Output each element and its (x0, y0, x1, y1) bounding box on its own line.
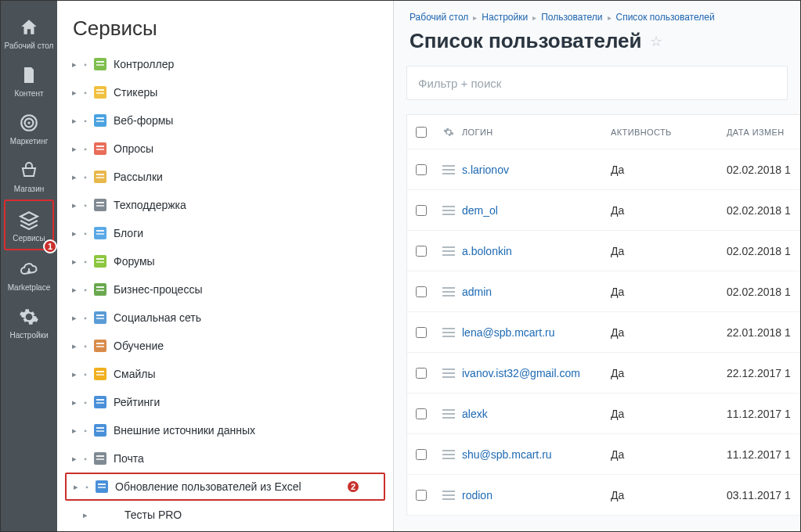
breadcrumb-link[interactable]: Список пользователей (616, 12, 715, 23)
expand-arrow-icon[interactable]: ▸ (68, 454, 81, 464)
breadcrumb-link[interactable]: Рабочий стол (410, 12, 468, 23)
service-item[interactable]: ▸▪Почта (65, 444, 385, 473)
expand-arrow-icon[interactable]: ▸ (68, 313, 81, 323)
activity-cell: Да (611, 286, 727, 298)
row-checkbox[interactable] (416, 490, 427, 501)
service-item[interactable]: ▸▪Социальная сеть (65, 304, 385, 332)
expand-arrow-icon[interactable]: ▸ (68, 144, 81, 154)
login-link[interactable]: alexk (462, 408, 488, 420)
login-link[interactable]: s.larionov (462, 164, 509, 176)
row-menu-icon[interactable] (442, 206, 455, 215)
service-item[interactable]: ▸▪Смайлы (65, 360, 385, 388)
expand-arrow-icon[interactable]: ▸ (68, 88, 81, 98)
expand-arrow-icon[interactable]: ▸ (68, 397, 81, 408)
expand-arrow-icon[interactable]: ▸ (68, 369, 81, 379)
row-menu-icon[interactable] (442, 491, 455, 500)
login-link[interactable]: lena@spb.mcart.ru (462, 326, 554, 339)
bullet-icon: ▪ (81, 201, 90, 210)
expand-arrow-icon[interactable]: ▸ (79, 510, 92, 520)
service-item[interactable]: ▸▪Техподдержка (65, 191, 385, 219)
service-item[interactable]: ▸▪Стикеры (65, 78, 385, 106)
login-link[interactable]: shu@spb.mcart.ru (462, 448, 552, 461)
expand-arrow-icon[interactable]: ▸ (68, 426, 81, 436)
nav-item-desktop[interactable]: Рабочий стол (4, 9, 54, 56)
header-activity[interactable]: АКТИВНОСТЬ (611, 128, 727, 137)
login-link[interactable]: ivanov.ist32@gmail.com (462, 367, 580, 379)
row-menu-icon[interactable] (442, 409, 455, 419)
row-menu-icon[interactable] (442, 246, 455, 256)
service-item[interactable]: ▸▪Веб-формы (65, 106, 385, 135)
service-item[interactable]: ▸▪Контроллер (65, 50, 385, 78)
expand-arrow-icon[interactable]: ▸ (68, 59, 81, 70)
expand-arrow-icon[interactable]: ▸ (68, 228, 81, 239)
nav-item-settings[interactable]: Настройки (4, 298, 54, 346)
nav-label: Сервисы (13, 234, 45, 243)
favorite-star-icon[interactable]: ☆ (650, 33, 662, 50)
table-row: adminДа02.02.2018 1 (407, 271, 800, 312)
service-item[interactable]: ▸▪Внешние источники данных (65, 416, 385, 444)
bullet-icon: ▪ (81, 117, 90, 125)
nav-label: Контент (14, 89, 43, 98)
expand-arrow-icon[interactable]: ▸ (68, 200, 81, 210)
service-item[interactable]: ▸▪Рассылки (65, 163, 385, 191)
service-label: Форумы (114, 255, 155, 268)
row-checkbox[interactable] (416, 246, 427, 257)
row-menu-icon[interactable] (442, 450, 455, 459)
service-item[interactable]: ▸▪Рейтинги (65, 388, 385, 416)
header-gear-cell[interactable] (435, 127, 462, 138)
svg-rect-22 (96, 230, 104, 232)
service-label: Техподдержка (114, 199, 186, 211)
nav-item-services[interactable]: Сервисы1 (4, 200, 54, 250)
login-link[interactable]: a.bolonkin (462, 245, 512, 257)
nav-item-content[interactable]: Контент (4, 56, 54, 104)
row-checkbox[interactable] (416, 449, 427, 460)
login-link[interactable]: admin (462, 286, 492, 298)
row-checkbox[interactable] (416, 408, 427, 419)
service-item[interactable]: ▸▪Тесты PRO (65, 501, 385, 529)
nav-item-marketing[interactable]: Маркетинг (4, 104, 54, 152)
header-login[interactable]: ЛОГИН (462, 128, 611, 137)
row-menu-icon[interactable] (442, 165, 455, 174)
row-checkbox[interactable] (416, 164, 427, 175)
row-checkbox[interactable] (416, 368, 427, 379)
svg-rect-47 (96, 458, 104, 460)
login-link[interactable]: rodion (462, 489, 493, 501)
row-menu-icon[interactable] (442, 328, 455, 337)
row-checkbox[interactable] (416, 327, 427, 338)
service-item[interactable]: ▸▪Обновление пользователей из Excel2 (65, 473, 385, 501)
expand-arrow-icon[interactable]: ▸ (68, 116, 81, 126)
nav-item-shop[interactable]: Магазин (4, 152, 54, 200)
service-icon (93, 57, 107, 71)
svg-rect-28 (96, 286, 104, 288)
row-menu-icon[interactable] (442, 287, 455, 297)
date-cell: 11.12.2017 1 (727, 448, 800, 461)
service-item[interactable]: ▸▪Опросы (65, 135, 385, 163)
svg-rect-4 (96, 61, 104, 63)
gear-icon (443, 127, 454, 138)
service-icon (93, 198, 107, 212)
filter-search-input[interactable]: Фильтр + поиск (406, 66, 788, 100)
service-item[interactable]: ▸▪Блоги (65, 219, 385, 247)
row-menu-icon[interactable] (442, 368, 455, 378)
login-link[interactable]: dem_ol (462, 204, 498, 217)
expand-arrow-icon[interactable]: ▸ (68, 285, 81, 295)
service-item[interactable]: ▸▪Бизнес-процессы (65, 275, 385, 304)
expand-arrow-icon[interactable]: ▸ (70, 482, 82, 492)
activity-cell: Да (611, 489, 727, 501)
breadcrumb-link[interactable]: Настройки (482, 12, 528, 23)
service-item[interactable]: ▸▪Форумы (65, 247, 385, 275)
expand-arrow-icon[interactable]: ▸ (68, 341, 81, 351)
service-icon (93, 451, 107, 466)
service-label: Социальная сеть (114, 311, 201, 324)
expand-arrow-icon[interactable]: ▸ (68, 172, 81, 182)
select-all-checkbox[interactable] (416, 127, 427, 138)
header-date[interactable]: ДАТА ИЗМЕН (727, 128, 800, 137)
breadcrumb-link[interactable]: Пользователи (541, 12, 602, 23)
svg-rect-37 (96, 371, 104, 372)
row-checkbox[interactable] (416, 286, 427, 297)
svg-rect-41 (96, 402, 104, 404)
row-checkbox[interactable] (416, 205, 427, 216)
nav-item-marketplace[interactable]: Marketplace (4, 250, 54, 298)
service-item[interactable]: ▸▪Обучение (65, 332, 385, 360)
expand-arrow-icon[interactable]: ▸ (68, 257, 81, 267)
